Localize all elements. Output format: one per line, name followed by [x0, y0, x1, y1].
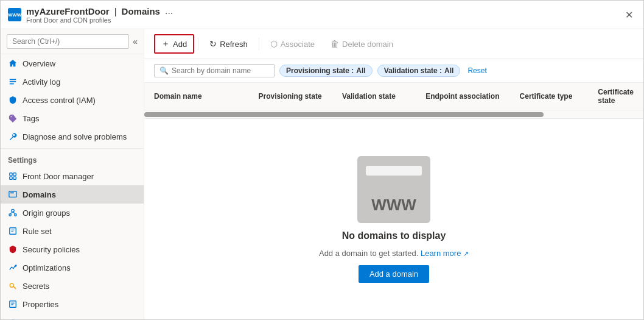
svg-rect-8 — [10, 193, 14, 194]
col-endpoint: Endpoint association — [425, 92, 519, 101]
val-chip-value: All — [444, 66, 453, 75]
domain-search-input[interactable] — [172, 66, 269, 75]
reset-filter-link[interactable]: Reset — [467, 66, 486, 75]
title-bar: WWW myAzureFrontDoor | Domains ... Front… — [1, 1, 643, 29]
title-area: myAzureFrontDoor | Domains ... Front Doo… — [26, 5, 173, 24]
col-prov-state: Provisioning state — [259, 92, 342, 101]
home-icon — [8, 59, 18, 68]
rule-icon — [8, 226, 18, 236]
plus-icon: ＋ — [161, 38, 170, 49]
sidebar-item-label: Access control (IAM) — [23, 96, 96, 105]
sidebar-item-optimizations[interactable]: Optimizations — [1, 258, 144, 277]
manager-icon — [8, 171, 18, 181]
content-area: ＋ Add ↻ Refresh ⬡ Associate 🗑 Delete dom… — [144, 29, 643, 319]
add-button[interactable]: ＋ Add — [154, 34, 194, 54]
col-val-state: Validation state — [342, 92, 425, 101]
svg-point-18 — [10, 283, 13, 287]
settings-section-label: Settings — [1, 148, 144, 167]
collapse-button[interactable]: « — [133, 37, 138, 46]
sidebar-item-origin-groups[interactable]: Origin groups — [1, 204, 144, 222]
scrollbar-thumb — [144, 112, 544, 117]
domain-search[interactable]: 🔍 — [154, 64, 275, 77]
horizontal-scrollbar[interactable] — [144, 110, 643, 119]
sidebar-item-tags[interactable]: Tags — [1, 109, 144, 127]
empty-state-title: No domains to display — [342, 230, 446, 241]
close-button[interactable]: ✕ — [621, 7, 636, 22]
svg-rect-4 — [13, 173, 16, 176]
lock-icon — [8, 318, 18, 319]
empty-state-subtitle: Add a domain to get started. Learn more … — [319, 249, 469, 258]
provisioning-state-filter[interactable]: Provisioning state : All — [279, 65, 373, 77]
sidebar-item-label: Tags — [23, 114, 39, 123]
properties-icon — [8, 299, 18, 309]
sidebar-item-properties[interactable]: Properties — [1, 295, 144, 313]
svg-rect-7 — [9, 191, 16, 197]
col-cert-type: Certificate type — [520, 92, 598, 101]
sidebar-item-locks[interactable]: Locks — [1, 313, 144, 319]
sidebar-item-rule-set[interactable]: Rule set — [1, 222, 144, 240]
prov-chip-value: All — [356, 66, 365, 75]
learn-more-label: Learn more — [421, 249, 461, 258]
toolbar: ＋ Add ↻ Refresh ⬡ Associate 🗑 Delete dom… — [144, 29, 643, 59]
resource-name: myAzureFrontDoor — [26, 6, 110, 16]
sidebar-item-domains[interactable]: Domains — [1, 185, 144, 204]
page-title: Domains — [122, 6, 160, 16]
prov-chip-label: Provisioning state : — [286, 66, 354, 75]
tag-icon — [8, 113, 18, 123]
sidebar-search-input[interactable] — [7, 34, 129, 49]
trash-icon: 🗑 — [331, 39, 339, 49]
main-layout: « Overview Activity log Access control — [1, 29, 643, 319]
associate-button[interactable]: ⬡ Associate — [263, 35, 322, 53]
sidebar-item-secrets[interactable]: Secrets — [1, 277, 144, 295]
www-text: WWW — [371, 196, 416, 215]
sidebar-item-front-door-manager[interactable]: Front Door manager — [1, 167, 144, 185]
sidebar: « Overview Activity log Access control — [1, 29, 144, 319]
svg-point-10 — [9, 214, 12, 216]
empty-state: WWW No domains to display Add a domain t… — [144, 119, 643, 319]
sidebar-item-label: Rule set — [23, 227, 52, 236]
domains-icon — [8, 190, 18, 199]
svg-rect-5 — [10, 177, 12, 179]
learn-more-link[interactable]: Learn more ↗ — [421, 249, 469, 258]
refresh-button[interactable]: ↻ Refresh — [202, 35, 255, 53]
sidebar-item-label: Diagnose and solve problems — [23, 132, 127, 141]
toolbar-separator — [198, 38, 198, 50]
table-header: Domain name Provisioning state Validatio… — [144, 83, 643, 110]
delete-domain-button[interactable]: 🗑 Delete domain — [323, 35, 401, 53]
svg-rect-2 — [10, 84, 14, 85]
sidebar-item-security-policies[interactable]: Security policies — [1, 240, 144, 258]
resource-subtitle: Front Door and CDN profiles — [26, 16, 173, 24]
add-domain-button[interactable]: Add a domain — [359, 265, 429, 283]
sidebar-item-label: Secrets — [23, 282, 49, 291]
origin-icon — [8, 208, 18, 218]
svg-point-11 — [15, 214, 17, 216]
sidebar-item-diagnose[interactable]: Diagnose and solve problems — [1, 127, 144, 146]
wrench-icon — [8, 132, 18, 141]
optimizations-icon — [8, 263, 18, 272]
sidebar-item-label: Locks — [23, 318, 43, 320]
empty-subtitle-text: Add a domain to get started. — [319, 249, 418, 258]
more-options-icon[interactable]: ... — [165, 5, 173, 16]
sidebar-item-overview[interactable]: Overview — [1, 54, 144, 73]
www-illustration: WWW — [357, 156, 430, 223]
security-icon — [8, 244, 18, 254]
key-icon — [8, 281, 18, 291]
sidebar-item-access-control[interactable]: Access control (IAM) — [1, 91, 144, 109]
validation-state-filter[interactable]: Validation state : All — [377, 65, 461, 77]
refresh-icon: ↻ — [209, 39, 217, 49]
sidebar-item-label: Domains — [23, 190, 56, 199]
title-separator: | — [114, 6, 117, 16]
col-cert-state: Certificate state — [598, 88, 634, 105]
sidebar-item-label: Overview — [23, 59, 55, 68]
sidebar-item-label: Origin groups — [23, 208, 70, 218]
sidebar-item-label: Activity log — [23, 77, 60, 87]
sidebar-item-activity-log[interactable]: Activity log — [1, 73, 144, 91]
sidebar-item-label: Front Door manager — [23, 172, 94, 181]
app-icon: WWW — [8, 8, 21, 21]
address-bar-decoration — [366, 166, 422, 176]
svg-line-13 — [13, 212, 15, 214]
svg-rect-0 — [10, 79, 16, 80]
toolbar-separator-2 — [259, 38, 259, 50]
svg-point-17 — [15, 265, 17, 266]
svg-rect-14 — [10, 228, 16, 235]
